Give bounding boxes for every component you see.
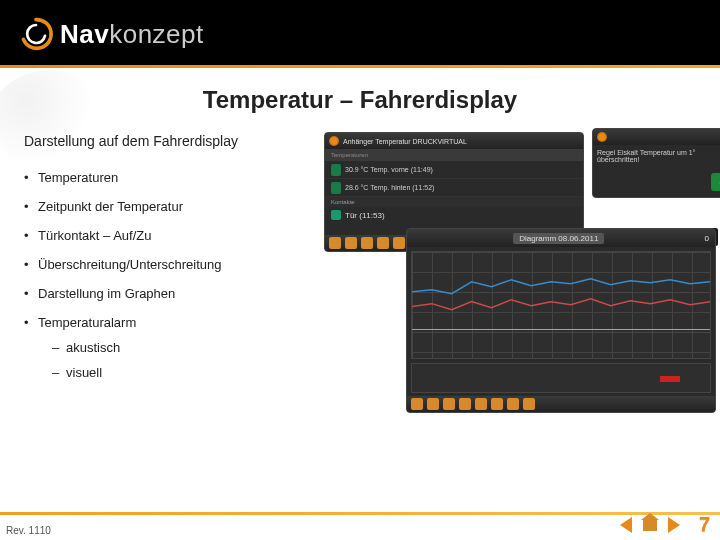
door-text: Tür (11:53) bbox=[345, 211, 385, 220]
toolbar-icon bbox=[377, 237, 389, 249]
toolbar-icon bbox=[329, 237, 341, 249]
toolbar-icon bbox=[393, 237, 405, 249]
graph-value: 0 bbox=[705, 234, 709, 243]
bullet-item: Zeitpunkt der Temperatur bbox=[24, 199, 314, 214]
next-button[interactable] bbox=[665, 517, 683, 533]
header-underline bbox=[0, 65, 720, 68]
bullet-item: Temperaturalarm akustisch visuell bbox=[24, 315, 314, 380]
triangle-left-icon bbox=[620, 517, 632, 533]
alert-titlebar bbox=[593, 129, 720, 145]
screenshot-alert-dialog: Regel Eiskalt Temperatur um 1° überschri… bbox=[592, 128, 720, 198]
triangle-right-icon bbox=[668, 517, 680, 533]
graph-title: Diagramm 08.06.2011 bbox=[513, 233, 604, 244]
temp-text: 28.6 °C Temp. hinten (11:52) bbox=[345, 184, 434, 191]
door-icon bbox=[331, 210, 341, 220]
toolbar-icon bbox=[427, 398, 439, 410]
bullet-item: Temperaturen bbox=[24, 170, 314, 185]
alert-body: Regel Eiskalt Temperatur um 1° überschri… bbox=[593, 145, 720, 197]
sub-bullet-item: visuell bbox=[38, 365, 314, 380]
toolbar-icon bbox=[523, 398, 535, 410]
right-column: Anhänger Temperatur DRUCKVIRTUAL Tempera… bbox=[314, 132, 700, 394]
graph-area-lower bbox=[411, 363, 711, 393]
alert-text: Regel Eiskalt Temperatur um 1° überschri… bbox=[597, 149, 720, 163]
logo-nav: Nav bbox=[60, 19, 109, 50]
bullet-item: Türkontakt – Auf/Zu bbox=[24, 228, 314, 243]
graph-line-icon bbox=[412, 252, 710, 359]
thermometer-icon bbox=[331, 164, 341, 176]
temp-row: 30.9 °C Temp. vorne (11:49) bbox=[325, 161, 583, 179]
temp-row: 28.6 °C Temp. hinten (11:52) bbox=[325, 179, 583, 197]
graph-header: Diagramm 08.06.2011 0 bbox=[407, 229, 715, 247]
sub-bullet-list: akustisch visuell bbox=[38, 340, 314, 380]
footer-line bbox=[0, 512, 720, 515]
left-column: Darstellung auf dem Fahrerdisplay Temper… bbox=[24, 132, 314, 394]
bullet-label: Temperaturalarm bbox=[38, 315, 136, 330]
toolbar-icon bbox=[491, 398, 503, 410]
bullet-list: Temperaturen Zeitpunkt der Temperatur Tü… bbox=[24, 170, 314, 380]
toolbar-icon bbox=[475, 398, 487, 410]
content-row: Darstellung auf dem Fahrerdisplay Temper… bbox=[0, 114, 720, 394]
app-icon bbox=[597, 132, 607, 142]
sub-bullet-item: akustisch bbox=[38, 340, 314, 355]
thermometer-icon bbox=[331, 182, 341, 194]
screenshot-titlebar: Anhänger Temperatur DRUCKVIRTUAL bbox=[325, 133, 583, 149]
screenshot-subbar: Temperaturen bbox=[325, 149, 583, 161]
toolbar-icon bbox=[459, 398, 471, 410]
bullet-item: Darstellung im Graphen bbox=[24, 286, 314, 301]
graph-toolbar bbox=[407, 396, 715, 412]
toolbar-icon bbox=[411, 398, 423, 410]
footer-nav: 7 bbox=[617, 513, 710, 536]
toolbar-icon bbox=[443, 398, 455, 410]
logo-swirl-icon bbox=[18, 16, 54, 52]
logo-konzept: konzept bbox=[109, 19, 204, 50]
screenshot-graph-panel: Diagramm 08.06.2011 0 bbox=[406, 228, 716, 413]
toolbar-icon bbox=[507, 398, 519, 410]
revision-label: Rev. 1110 bbox=[6, 525, 51, 536]
door-row: Tür (11:53) bbox=[325, 207, 583, 223]
screenshot-title: Anhänger Temperatur DRUCKVIRTUAL bbox=[343, 138, 467, 145]
graph-area-upper bbox=[411, 251, 711, 359]
alarm-marker-icon bbox=[660, 376, 680, 382]
toolbar-icon bbox=[361, 237, 373, 249]
bullet-item: Überschreitung/Unterschreitung bbox=[24, 257, 314, 272]
logo-text: Navkonzept bbox=[60, 19, 204, 50]
temp-text: 30.9 °C Temp. vorne (11:49) bbox=[345, 166, 433, 173]
section-label: Kontakte bbox=[325, 197, 583, 207]
toolbar-icon bbox=[345, 237, 357, 249]
home-icon bbox=[643, 519, 657, 531]
footer: Rev. 1110 7 bbox=[0, 512, 720, 540]
page-number: 7 bbox=[699, 513, 710, 536]
home-button[interactable] bbox=[641, 517, 659, 533]
ok-button[interactable]: ✓ bbox=[711, 173, 720, 191]
prev-button[interactable] bbox=[617, 517, 635, 533]
header-bar: Navkonzept bbox=[0, 0, 720, 68]
app-icon bbox=[329, 136, 339, 146]
